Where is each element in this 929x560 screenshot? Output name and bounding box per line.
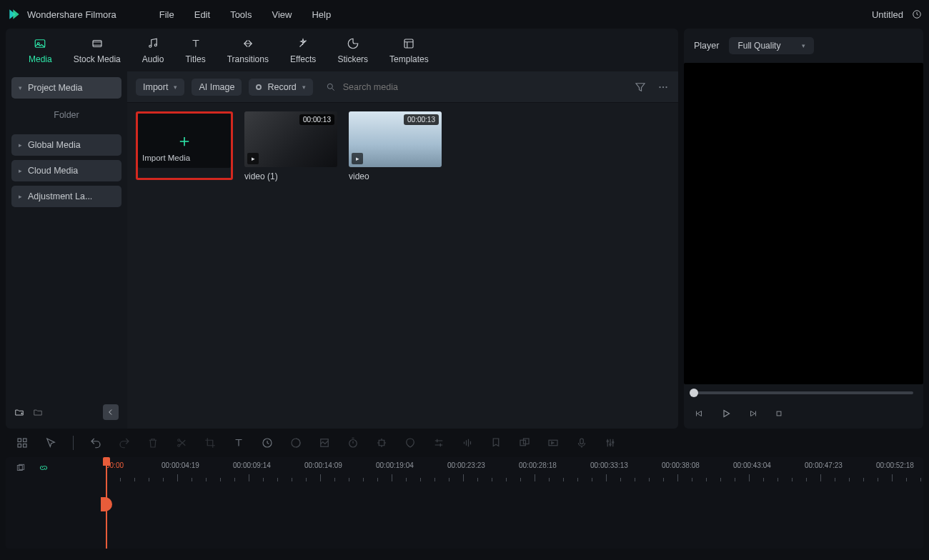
timeline[interactable]: 00:00 00:00:04:19 00:00:09:14 00:00:14:0… xyxy=(6,457,923,549)
player-viewport[interactable] xyxy=(684,63,923,384)
timecode: 00:00:04:19 xyxy=(162,461,199,469)
menu-file[interactable]: File xyxy=(159,9,174,20)
cursor-tool-icon[interactable] xyxy=(44,436,57,449)
svg-rect-14 xyxy=(18,444,21,448)
tab-titles[interactable]: Titles xyxy=(185,36,205,64)
sidebar-item-cloud-media[interactable]: ▸ Cloud Media xyxy=(11,160,121,181)
voiceover-icon[interactable] xyxy=(575,436,588,449)
tab-media[interactable]: Media xyxy=(29,36,52,64)
redo-icon[interactable] xyxy=(118,436,131,449)
timecode: 00:00:43:04 xyxy=(733,461,771,469)
timeline-layout-icon[interactable] xyxy=(16,436,29,449)
green-screen-icon[interactable] xyxy=(318,436,331,449)
new-folder-icon[interactable] xyxy=(14,407,24,417)
mask-icon[interactable] xyxy=(404,436,417,449)
play-button[interactable] xyxy=(720,407,732,420)
sidebar-folder[interactable]: Folder xyxy=(11,106,121,124)
timeline-link-icon[interactable] xyxy=(39,463,49,473)
separator xyxy=(73,436,74,450)
crop-icon[interactable] xyxy=(204,436,217,449)
tab-label: Media xyxy=(29,54,52,64)
import-media-tile[interactable]: ＋ Import Media xyxy=(136,111,233,180)
search-input[interactable] xyxy=(342,81,485,93)
player-panel: Player Full Quality ▾ xyxy=(684,29,923,429)
filter-icon[interactable] xyxy=(634,81,647,94)
stop-button[interactable] xyxy=(774,409,784,419)
marker-icon[interactable] xyxy=(490,436,502,449)
tab-templates[interactable]: Templates xyxy=(389,36,429,64)
player-scrubber[interactable] xyxy=(694,391,913,394)
tab-label: Stickers xyxy=(337,54,368,64)
menu-items: File Edit Tools View Help xyxy=(159,9,331,20)
collapse-sidebar-button[interactable] xyxy=(103,404,119,420)
sidebar-label: Project Media xyxy=(28,83,82,93)
timeline-panel: 00:00 00:00:04:19 00:00:09:14 00:00:14:0… xyxy=(0,429,929,554)
tab-audio[interactable]: Audio xyxy=(142,36,164,64)
import-button[interactable]: Import ▾ xyxy=(136,79,184,96)
ai-image-label: AI Image xyxy=(199,82,234,92)
folder-icon[interactable] xyxy=(33,407,43,417)
plus-icon: ＋ xyxy=(176,129,193,152)
record-label: Record xyxy=(267,82,296,92)
effects-icon xyxy=(295,36,311,51)
speed-icon[interactable] xyxy=(261,436,274,449)
chevron-right-icon: ▸ xyxy=(19,141,22,149)
search-media[interactable] xyxy=(320,81,627,93)
svg-rect-3 xyxy=(93,41,101,47)
record-button[interactable]: Record ▾ xyxy=(249,79,312,96)
tab-label: Titles xyxy=(185,54,205,64)
timeline-track-icon[interactable] xyxy=(16,463,26,473)
sidebar-item-adjustment-layer[interactable]: ▸ Adjustment La... xyxy=(11,186,121,207)
player-quality-label: Full Quality xyxy=(737,41,780,51)
render-icon[interactable] xyxy=(547,436,560,449)
split-icon[interactable] xyxy=(175,436,188,449)
svg-rect-6 xyxy=(404,39,413,48)
delete-icon[interactable] xyxy=(146,436,159,449)
undo-icon[interactable] xyxy=(89,436,102,449)
sidebar-item-global-media[interactable]: ▸ Global Media xyxy=(11,134,121,156)
menu-edit[interactable]: Edit xyxy=(194,9,210,20)
ai-image-button[interactable]: AI Image xyxy=(192,79,242,96)
sidebar-project-media[interactable]: ▾ Project Media xyxy=(11,77,121,99)
audio-sync-icon[interactable] xyxy=(461,436,474,449)
player-quality-dropdown[interactable]: Full Quality ▾ xyxy=(729,37,814,54)
prev-frame-button[interactable] xyxy=(694,409,704,419)
tab-stock-media[interactable]: Stock Media xyxy=(74,36,121,64)
audio-mixer-icon[interactable] xyxy=(604,436,617,449)
menu-view[interactable]: View xyxy=(272,9,292,20)
tab-stickers[interactable]: Stickers xyxy=(337,36,368,64)
color-icon[interactable] xyxy=(289,436,302,449)
next-frame-button[interactable] xyxy=(748,409,758,419)
adjust-icon[interactable] xyxy=(432,436,445,449)
tab-label: Audio xyxy=(142,54,164,64)
media-clip[interactable]: 00:00:13 ▸ video xyxy=(349,111,442,181)
tab-transitions[interactable]: Transitions xyxy=(227,36,269,64)
media-clip[interactable]: 00:00:13 ▸ video (1) xyxy=(244,111,337,181)
menu-tools[interactable]: Tools xyxy=(230,9,252,20)
timeline-ruler[interactable]: 00:00 00:00:04:19 00:00:09:14 00:00:14:0… xyxy=(106,461,923,481)
keyframe-icon[interactable] xyxy=(375,436,388,449)
media-toolbar: Import ▾ AI Image Record ▾ xyxy=(127,71,678,103)
timecode: 00:00:28:18 xyxy=(519,461,557,469)
svg-rect-15 xyxy=(24,444,27,448)
text-icon[interactable] xyxy=(232,436,245,449)
add-to-timeline-icon[interactable]: ▸ xyxy=(247,153,259,164)
add-to-timeline-icon[interactable]: ▸ xyxy=(352,153,363,164)
menu-help[interactable]: Help xyxy=(312,9,331,20)
more-icon[interactable] xyxy=(657,81,670,94)
timer-icon[interactable] xyxy=(347,436,359,449)
transitions-icon xyxy=(240,36,256,51)
svg-rect-22 xyxy=(520,440,526,446)
tab-effects[interactable]: Effects xyxy=(290,36,316,64)
scrubber-head[interactable] xyxy=(690,389,698,397)
group-icon[interactable] xyxy=(518,436,531,449)
chevron-down-icon: ▾ xyxy=(174,84,177,91)
cloud-sync-icon[interactable] xyxy=(912,9,922,19)
player-title: Player xyxy=(694,41,719,51)
svg-point-16 xyxy=(178,439,180,441)
timeline-playhead[interactable] xyxy=(106,457,107,549)
audio-icon xyxy=(145,36,161,51)
tab-label: Templates xyxy=(389,54,429,64)
tab-label: Effects xyxy=(290,54,316,64)
sidebar-item-label: Global Media xyxy=(28,140,81,150)
